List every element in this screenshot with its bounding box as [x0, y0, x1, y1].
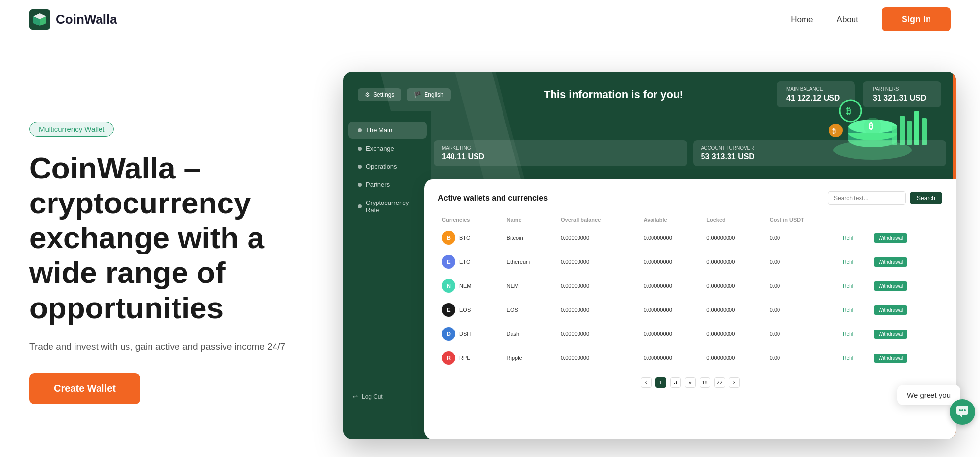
card-header: Active wallets and currencies Search	[438, 191, 942, 205]
refill-link[interactable]: Refil	[843, 283, 853, 289]
cell-currency: D DSH	[438, 322, 503, 346]
sidebar-logout[interactable]: ↩ Log Out	[343, 388, 431, 405]
page-18[interactable]: 18	[700, 377, 710, 388]
dashboard-main-card: Active wallets and currencies Search Cur…	[424, 179, 956, 439]
table-row: E EOS EOS 0.00000000 0.00000000 0.000000…	[438, 298, 942, 322]
withdrawal-button[interactable]: Withdrawal	[874, 281, 907, 291]
cell-withdrawal: Withdrawal	[870, 250, 942, 274]
stat-turnover-value: 53 313.31 USD	[701, 152, 939, 161]
withdrawal-button[interactable]: Withdrawal	[874, 233, 907, 243]
dashboard-controls: ⚙ Settings 🏴 English	[358, 88, 451, 101]
withdrawal-button[interactable]: Withdrawal	[874, 354, 907, 363]
cell-cost: 0.00	[766, 346, 839, 370]
refill-link[interactable]: Refil	[843, 331, 853, 337]
cell-withdrawal: Withdrawal	[870, 322, 942, 346]
currency-symbol: ETC	[459, 259, 470, 265]
dashboard-mockup: ⚙ Settings 🏴 English This information is…	[343, 72, 956, 439]
cell-name: Ethereum	[503, 250, 557, 274]
sidebar-dot-icon	[358, 204, 362, 208]
withdrawal-button[interactable]: Withdrawal	[874, 257, 907, 267]
signin-button[interactable]: Sign In	[882, 7, 951, 31]
svg-point-19	[959, 409, 961, 411]
cell-withdrawal: Withdrawal	[870, 226, 942, 250]
search-button[interactable]: Search	[910, 192, 942, 204]
search-area: Search	[828, 191, 942, 205]
cell-overall: 0.00000000	[557, 250, 640, 274]
language-button[interactable]: 🏴 English	[407, 88, 450, 101]
page-22[interactable]: 22	[714, 377, 725, 388]
dashboard-sidebar: The Main Exchange Operations Partners Cr…	[343, 111, 431, 415]
gear-icon: ⚙	[365, 91, 370, 98]
search-input[interactable]	[828, 191, 906, 205]
col-overall: Overall balance	[557, 214, 640, 226]
table-row: N NEM NEM 0.00000000 0.00000000 0.000000…	[438, 274, 942, 298]
page-9[interactable]: 9	[685, 377, 696, 388]
dashboard-info-title: This information is for you!	[451, 88, 777, 101]
dashboard-second-row: MARKETING 140.11 USD ACCOUNT TURNOVER 53…	[434, 140, 946, 166]
refill-link[interactable]: Refil	[843, 307, 853, 313]
svg-point-16	[829, 124, 843, 137]
create-wallet-button[interactable]: Create Wallet	[29, 373, 140, 404]
cell-available: 0.00000000	[640, 298, 703, 322]
nav-home[interactable]: Home	[791, 15, 813, 25]
sidebar-item-partners[interactable]: Partners	[348, 176, 427, 193]
hero-title: CoinWalla – cryptocurrency exchange with…	[29, 151, 304, 325]
page-1[interactable]: 1	[655, 377, 666, 388]
sidebar-dot-icon	[358, 183, 362, 187]
stat-marketing: MARKETING 140.11 USD	[434, 140, 687, 166]
cell-name: Ripple	[503, 346, 557, 370]
cell-currency: B BTC	[438, 226, 503, 250]
refill-link[interactable]: Refil	[843, 355, 853, 361]
withdrawal-button[interactable]: Withdrawal	[874, 330, 907, 339]
refill-link[interactable]: Refil	[843, 259, 853, 265]
col-name: Name	[503, 214, 557, 226]
page-next[interactable]: ›	[729, 377, 740, 388]
settings-button[interactable]: ⚙ Settings	[358, 88, 401, 101]
coin-icon-dsh: D	[442, 327, 455, 341]
cell-refill: Refil	[839, 226, 869, 250]
table-row: B BTC Bitcoin 0.00000000 0.00000000 0.00…	[438, 226, 942, 250]
page-prev[interactable]: ‹	[641, 377, 652, 388]
pagination: ‹ 1 3 9 18 22 ›	[438, 377, 942, 388]
page-3[interactable]: 3	[670, 377, 681, 388]
refill-link[interactable]: Refil	[843, 235, 853, 241]
cell-cost: 0.00	[766, 226, 839, 250]
hero-left: Multicurrency Wallet CoinWalla – cryptoc…	[29, 122, 324, 405]
cell-name: Bitcoin	[503, 226, 557, 250]
sidebar-item-operations[interactable]: Operations	[348, 158, 427, 175]
cell-locked: 0.00000000	[703, 274, 766, 298]
cell-locked: 0.00000000	[703, 346, 766, 370]
cell-cost: 0.00	[766, 322, 839, 346]
logout-icon: ↩	[353, 393, 358, 400]
cell-cost: 0.00	[766, 274, 839, 298]
col-available: Available	[640, 214, 703, 226]
cell-locked: 0.00000000	[703, 322, 766, 346]
wallet-table: Currencies Name Overall balance Availabl…	[438, 214, 942, 370]
cell-withdrawal: Withdrawal	[870, 274, 942, 298]
cell-refill: Refil	[839, 346, 869, 370]
cell-available: 0.00000000	[640, 274, 703, 298]
table-row: R RPL Ripple 0.00000000 0.00000000 0.000…	[438, 346, 942, 370]
chat-icon-button[interactable]	[950, 399, 975, 425]
currency-symbol: RPL	[459, 355, 470, 361]
sidebar-dot-icon	[358, 128, 362, 132]
nav-about[interactable]: About	[837, 15, 858, 25]
cell-refill: Refil	[839, 298, 869, 322]
sidebar-item-exchange[interactable]: Exchange	[348, 140, 427, 157]
cell-overall: 0.00000000	[557, 298, 640, 322]
withdrawal-button[interactable]: Withdrawal	[874, 305, 907, 315]
coin-icon-eos: E	[442, 303, 455, 317]
cell-withdrawal: Withdrawal	[870, 346, 942, 370]
svg-text:₿: ₿	[846, 106, 851, 116]
coin-icon-rpl: R	[442, 351, 455, 365]
cell-locked: 0.00000000	[703, 226, 766, 250]
cell-refill: Refil	[839, 322, 869, 346]
cell-currency: N NEM	[438, 274, 503, 298]
hero-section: Multicurrency Wallet CoinWalla – cryptoc…	[0, 39, 980, 457]
cell-available: 0.00000000	[640, 322, 703, 346]
sidebar-item-crypto-rate[interactable]: Cryptocurrency Rate	[348, 194, 427, 219]
svg-point-14	[840, 100, 861, 122]
sidebar-item-main[interactable]: The Main	[348, 122, 427, 139]
chat-greeting-bubble: We greet you	[897, 385, 960, 405]
cell-name: Dash	[503, 322, 557, 346]
